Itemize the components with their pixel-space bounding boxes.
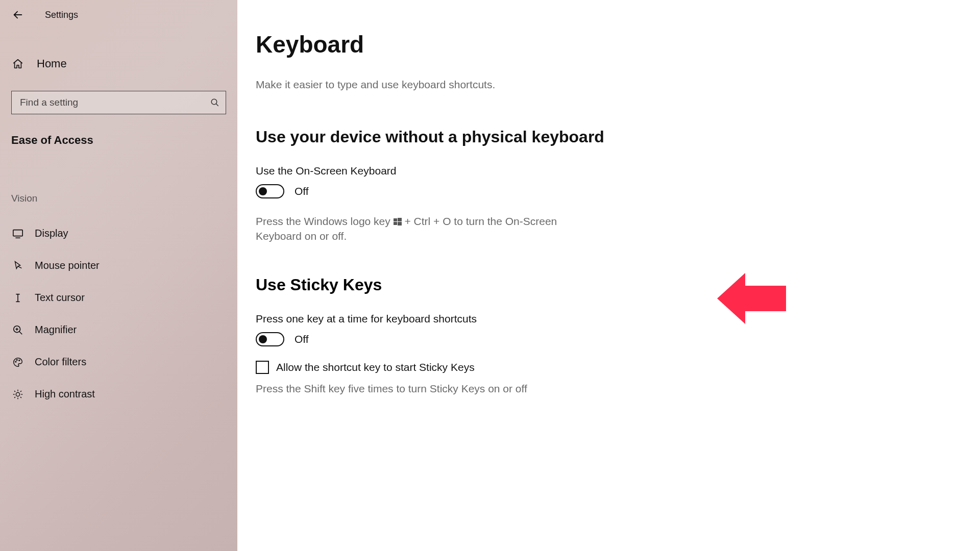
sidebar-item-home[interactable]: Home [0, 48, 237, 80]
palette-icon [11, 357, 24, 368]
sidebar-item-label: Mouse pointer [35, 260, 100, 271]
sidebar-item-label: Color filters [35, 356, 86, 368]
sidebar-group-title: Vision [11, 193, 237, 204]
sticky-checkbox-label: Allow the shortcut key to start Sticky K… [276, 361, 475, 373]
display-icon [11, 228, 24, 239]
sidebar-item-high-contrast[interactable]: High contrast [0, 378, 237, 410]
svg-point-14 [19, 360, 20, 361]
sidebar-item-label: Magnifier [35, 324, 77, 336]
sticky-label: Press one key at a time for keyboard sho… [256, 313, 954, 325]
sidebar-item-color-filters[interactable]: Color filters [0, 346, 237, 378]
svg-point-12 [15, 361, 16, 362]
osk-help-pre: Press the Windows logo key [256, 215, 394, 227]
svg-line-23 [20, 391, 21, 392]
search-input[interactable] [20, 97, 210, 108]
svg-rect-25 [398, 218, 402, 221]
sidebar-item-magnifier[interactable]: Magnifier [0, 314, 237, 346]
home-label: Home [37, 57, 67, 70]
osk-help-text: Press the Windows logo key + Ctrl + O to… [256, 214, 562, 244]
svg-rect-3 [13, 230, 22, 236]
sidebar-item-label: Text cursor [35, 292, 85, 304]
annotation-arrow-icon [717, 265, 789, 332]
sticky-toggle-row: Off [256, 332, 954, 346]
section-heading: Use your device without a physical keybo… [256, 128, 954, 146]
sticky-help-text: Press the Shift key five times to turn S… [256, 381, 562, 396]
svg-line-2 [216, 104, 218, 106]
svg-line-9 [19, 331, 22, 334]
svg-line-20 [14, 391, 15, 392]
settings-content: Keyboard Make it easier to type and use … [237, 0, 980, 551]
svg-rect-27 [398, 222, 402, 226]
sticky-shortcut-checkbox[interactable] [256, 361, 269, 374]
svg-point-13 [16, 359, 17, 360]
search-icon[interactable] [210, 98, 219, 107]
page-title: Keyboard [256, 31, 954, 58]
home-icon [11, 58, 24, 69]
sticky-checkbox-row: Allow the shortcut key to start Sticky K… [256, 361, 954, 374]
section-sticky-keys: Use Sticky Keys Press one key at a time … [256, 276, 954, 396]
section-onscreen-keyboard: Use your device without a physical keybo… [256, 128, 954, 244]
sidebar-item-text-cursor[interactable]: Text cursor [0, 282, 237, 314]
svg-point-1 [211, 99, 217, 105]
sticky-toggle[interactable] [256, 332, 284, 346]
svg-rect-26 [394, 222, 397, 225]
osk-toggle-state: Off [295, 185, 309, 197]
magnifier-icon [11, 324, 24, 336]
sidebar-section-title: Ease of Access [11, 134, 237, 147]
svg-line-22 [14, 397, 15, 398]
sidebar-item-mouse-pointer[interactable]: Mouse pointer [0, 249, 237, 282]
windows-logo-icon [394, 218, 402, 226]
svg-point-15 [16, 392, 19, 396]
page-subtitle: Make it easier to type and use keyboard … [256, 79, 954, 91]
section-heading: Use Sticky Keys [256, 276, 954, 294]
sidebar-item-label: Display [35, 228, 68, 239]
app-title: Settings [45, 10, 78, 20]
brightness-icon [11, 389, 24, 400]
osk-toggle[interactable] [256, 184, 284, 198]
settings-sidebar: Settings Home Ease of Access Vision Disp… [0, 0, 237, 551]
sidebar-nav-list: Display Mouse pointer Text cursor Magnif… [0, 217, 237, 410]
svg-marker-28 [717, 273, 786, 324]
pointer-icon [11, 260, 24, 271]
osk-label: Use the On-Screen Keyboard [256, 165, 954, 177]
osk-toggle-row: Off [256, 184, 954, 198]
sidebar-item-label: High contrast [35, 388, 95, 400]
search-box[interactable] [11, 91, 226, 114]
back-icon[interactable] [11, 8, 24, 21]
sticky-toggle-state: Off [295, 333, 309, 345]
svg-line-21 [20, 397, 21, 398]
sidebar-item-display[interactable]: Display [0, 217, 237, 249]
svg-rect-24 [394, 218, 397, 221]
sidebar-header: Settings [0, 3, 237, 27]
text-cursor-icon [11, 292, 24, 304]
